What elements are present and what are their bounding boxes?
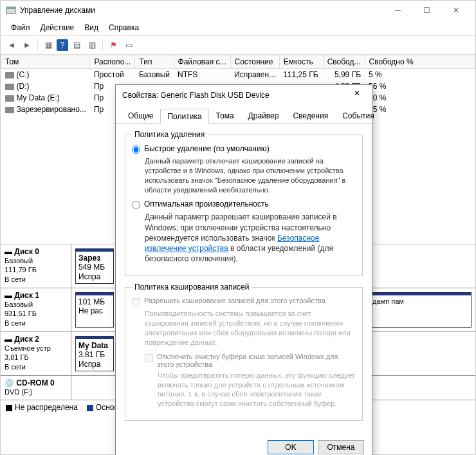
col-layout[interactable]: Располо... — [90, 55, 135, 69]
better-performance-label: Оптимальная производительность — [144, 200, 269, 209]
ok-button[interactable]: OK — [268, 440, 314, 454]
partition-box[interactable]: ый дамп пам — [358, 292, 471, 328]
window-controls: ─ ☐ ✕ — [383, 1, 470, 19]
tab-details[interactable]: Сведения — [286, 108, 335, 123]
legend-primary-icon — [87, 405, 93, 411]
table-row[interactable]: (C:)ПростойБазовыйNTFSИсправен...111,25 … — [1, 69, 475, 81]
col-type[interactable]: Тип — [135, 55, 174, 69]
enable-cache-desc: Производительность системы повышается за… — [145, 309, 356, 347]
dialog-title: Свойства: Generic Flash Disk USB Device — [122, 91, 349, 100]
tab-policy-content: Политика удаления Быстрое удаление (по у… — [116, 124, 372, 434]
dialog-titlebar: Свойства: Generic Flash Disk USB Device … — [116, 85, 372, 106]
better-performance-radio[interactable] — [132, 201, 140, 209]
disable-flush-checkbox — [145, 354, 153, 362]
flag-icon[interactable]: ⚑ — [106, 38, 120, 52]
menu-action[interactable]: Действие — [35, 21, 80, 34]
titlebar: Управление дисками ─ ☐ ✕ — [1, 1, 475, 20]
quick-removal-label: Быстрое удаление (по умолчанию) — [144, 144, 270, 153]
enable-cache-checkbox — [132, 298, 140, 306]
removal-policy-group: Политика удаления Быстрое удаление (по у… — [125, 130, 363, 276]
menu-file[interactable]: Файл — [6, 21, 35, 34]
tab-policy[interactable]: Политика — [160, 109, 208, 124]
back-button[interactable]: ◄ — [5, 38, 19, 52]
write-cache-legend: Политика кэширования записей — [132, 283, 252, 292]
col-capacity[interactable]: Емкость — [279, 55, 323, 69]
disk-header: ▬ Диск 1Базовый931,51 ГБВ сети — [1, 288, 71, 331]
quick-removal-radio[interactable] — [132, 145, 140, 154]
enable-cache-label: Разрешить кэширование записей для этого … — [144, 297, 325, 304]
disk-header: ▬ Диск 0Базовый111,79 ГБВ сети — [1, 245, 71, 288]
disable-flush-desc: Чтобы предотвратить потерю данных, эту ф… — [158, 371, 356, 409]
tab-volumes[interactable]: Тома — [209, 108, 241, 123]
dialog-tabs: Общие Политика Тома Драйвер Сведения Соб… — [116, 108, 372, 124]
col-status[interactable]: Состояние — [230, 55, 279, 69]
disable-flush-label: Отключить очистку буфера кэша записей Wi… — [157, 353, 356, 368]
menu-view[interactable]: Вид — [79, 21, 104, 34]
window-title: Управление дисками — [20, 6, 383, 15]
write-cache-group: Политика кэширования записей Разрешить к… — [125, 283, 363, 421]
removal-policy-legend: Политика удаления — [132, 130, 207, 139]
tab-events[interactable]: События — [335, 108, 381, 123]
app-icon — [6, 5, 16, 15]
disk-header: 💿 CD-ROM 0DVD (F:) — [1, 376, 71, 400]
col-free[interactable]: Свобод... — [323, 55, 365, 69]
partition-box[interactable]: My Data3,81 ГБИспра — [75, 336, 114, 371]
tab-general[interactable]: Общие — [121, 108, 160, 123]
partition-box[interactable]: 101 МБНе рас — [75, 292, 114, 328]
minimize-button[interactable]: ─ — [383, 1, 412, 19]
menubar: Файл Действие Вид Справка — [1, 20, 475, 36]
dialog-close-button[interactable]: ✕ — [349, 89, 365, 102]
settings-icon[interactable]: ▭ — [122, 38, 136, 52]
forward-button[interactable]: ► — [20, 38, 34, 52]
help-icon[interactable]: ? — [57, 39, 68, 51]
maximize-button[interactable]: ☐ — [412, 1, 441, 19]
better-performance-desc: Данный параметр разрешает кэширование за… — [145, 212, 356, 264]
properties-dialog: Свойства: Generic Flash Disk USB Device … — [115, 84, 372, 455]
view-icon[interactable]: ▤ — [69, 38, 84, 52]
cancel-button[interactable]: Отмена — [318, 440, 364, 454]
col-volume[interactable]: Том — [1, 55, 90, 69]
dialog-buttons: OK Отмена — [116, 434, 372, 455]
list-icon[interactable]: ▥ — [85, 38, 99, 52]
svg-rect-1 — [6, 7, 15, 9]
disk-management-window: Управление дисками ─ ☐ ✕ Файл Действие В… — [0, 0, 476, 455]
partition-box[interactable]: Зарез549 МБИспра — [75, 248, 114, 284]
legend-unallocated: Не распределена — [15, 403, 78, 412]
close-button[interactable]: ✕ — [441, 1, 470, 19]
toolbar: ◄ ► ▦ ? ▤ ▥ ⚑ ▭ — [1, 36, 475, 55]
col-freepct[interactable]: Свободно % — [365, 55, 475, 69]
disk-header: ▬ Диск 2Съемное устр3,81 ГБВ сети — [1, 332, 71, 375]
tab-driver[interactable]: Драйвер — [241, 108, 286, 123]
col-fs[interactable]: Файловая с... — [174, 55, 230, 69]
refresh-icon[interactable]: ▦ — [41, 38, 55, 52]
quick-removal-desc: Данный параметр отключает кэширование за… — [145, 156, 356, 194]
legend-unallocated-icon — [6, 405, 12, 411]
menu-help[interactable]: Справка — [104, 21, 144, 34]
